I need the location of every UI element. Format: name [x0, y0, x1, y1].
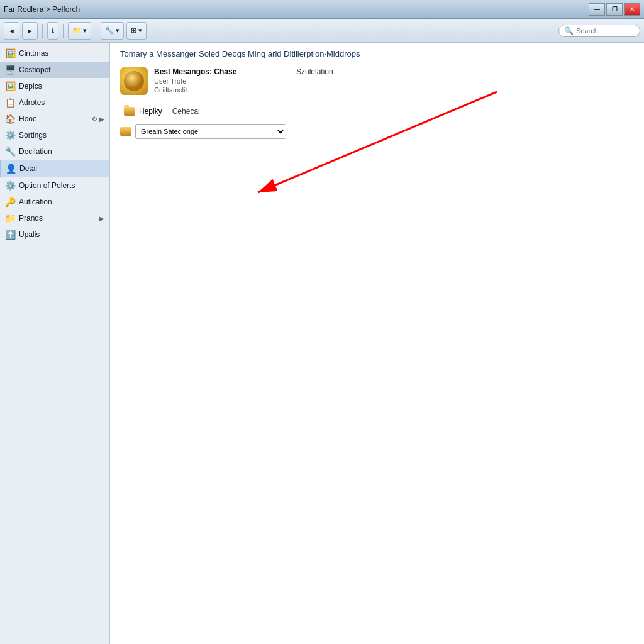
sidebar: 🖼️ Cinttmas 🖥️ Costiopot 🖼️ Depics 📋 Adr…: [0, 43, 110, 644]
search-input[interactable]: [576, 27, 633, 35]
folder-detail: Cehecal: [172, 107, 200, 116]
sidebar-item-costiopot[interactable]: 🖥️ Costiopot: [0, 62, 109, 78]
restore-button[interactable]: ❐: [606, 3, 623, 16]
option-icon: ⚙️: [5, 180, 15, 191]
sidebar-item-label: Prands: [19, 214, 96, 223]
search-box: 🔍: [558, 25, 640, 37]
sidebar-item-hooe[interactable]: 🏠 Hooe ⚙ ▶: [0, 111, 109, 127]
folder-icon: 📁: [72, 26, 81, 35]
sidebar-item-label: Upalis: [19, 230, 104, 239]
title-bar-text: Far Rodlera > Pelforch: [4, 5, 589, 14]
main-container: 🖼️ Cinttmas 🖥️ Costiopot 🖼️ Depics 📋 Adr…: [0, 43, 644, 644]
folder-row: Heplky: [120, 105, 166, 118]
costiopot-icon: 🖥️: [5, 65, 15, 75]
tools-icon: 🔧: [105, 26, 114, 35]
folder-button[interactable]: 📁 ▾: [68, 22, 91, 40]
item-card-info: Best Mesangos: Chase User Trofe Cciiltam…: [154, 67, 236, 94]
info-icon: ℹ: [52, 26, 54, 35]
adrotes-icon: 📋: [5, 97, 15, 108]
forward-icon: ►: [26, 27, 33, 35]
upalis-icon: ⬆️: [5, 230, 15, 240]
minimize-button[interactable]: —: [589, 3, 605, 16]
item-card-name: Best Mesangos: Chase: [154, 67, 236, 76]
view-button[interactable]: ⊞ ▾: [126, 22, 147, 40]
sidebar-item-label: Costiopot: [19, 65, 104, 74]
back-icon: ◄: [8, 27, 15, 35]
sidebar-item-prands[interactable]: 📁 Prands ▶: [0, 210, 109, 226]
item-card-sub1: User Trofe: [154, 77, 236, 85]
cinttmas-icon: 🖼️: [5, 48, 15, 58]
detail-column: Szulelation: [296, 67, 397, 95]
title-bar: Far Rodlera > Pelforch — ❐ ✕: [0, 0, 644, 19]
detal-icon: 👤: [6, 164, 16, 174]
sidebar-item-label: Sortings: [19, 131, 104, 140]
content-section: Best Mesangos: Chase User Trofe Cciiltam…: [120, 67, 634, 95]
sidebar-item-label: Cinttmas: [19, 49, 104, 58]
hooe-icon: 🏠: [5, 114, 15, 124]
dropdown-folder-icon: [120, 127, 131, 136]
sidebar-item-option-of-polerts[interactable]: ⚙️ Option of Polerts: [0, 177, 109, 194]
sidebar-item-label: Detal: [19, 164, 104, 173]
search-icon: 🔍: [564, 26, 574, 35]
item-card-icon: [120, 67, 148, 95]
separator-3: [96, 24, 96, 38]
depics-icon: 🖼️: [5, 81, 15, 91]
forward-button[interactable]: ►: [22, 22, 38, 40]
sidebar-item-sortings[interactable]: ⚙️ Sortings: [0, 127, 109, 143]
view-icon: ⊞: [131, 26, 136, 35]
annotation-arrow-container: [220, 86, 522, 211]
separator-1: [42, 24, 43, 38]
sidebar-item-decilation[interactable]: 🔧 Decilation: [0, 143, 109, 160]
view-dropdown-icon: ▾: [138, 26, 142, 35]
sidebar-item-label: Autication: [19, 197, 104, 206]
greain-dropdown[interactable]: Greain Sateclonge: [135, 124, 286, 139]
sidebar-item-label: Decilation: [19, 147, 104, 156]
sidebar-item-label: Hooe: [19, 114, 88, 123]
prands-icon: 📁: [5, 213, 15, 223]
content-header: Tomary a Messanger Soled Deogs Ming arid…: [120, 49, 634, 58]
annotation-arrow-svg: [220, 86, 522, 211]
back-button[interactable]: ◄: [4, 22, 19, 40]
info-button[interactable]: ℹ: [47, 22, 58, 40]
szulelation-label: Szulelation: [296, 67, 333, 76]
svg-point-2: [124, 71, 144, 91]
dropdown-row: Greain Sateclonge: [120, 124, 634, 139]
sidebar-item-detal[interactable]: 👤 Detal: [0, 160, 109, 177]
folder-label: Heplky: [139, 107, 162, 116]
sidebar-item-depics[interactable]: 🖼️ Depics: [0, 78, 109, 94]
sortings-icon: ⚙️: [5, 130, 15, 140]
item-card: Best Mesangos: Chase User Trofe Cciiltam…: [120, 67, 284, 95]
sidebar-item-label: Depics: [19, 82, 104, 91]
title-bar-controls: — ❐ ✕: [589, 3, 640, 16]
toolbar: ◄ ► ℹ 📁 ▾ 🔧 ▾ ⊞ ▾ 🔍: [0, 19, 644, 43]
tools-dropdown-icon: ▾: [116, 26, 119, 35]
sidebar-item-adrotes[interactable]: 📋 Adrotes: [0, 94, 109, 111]
folder-row-container: Heplky Cehecal: [120, 105, 634, 118]
separator-2: [63, 24, 64, 38]
prands-expand-icon: ▶: [99, 215, 104, 222]
sidebar-item-label: Option of Polerts: [19, 181, 104, 190]
item-card-sub2: Cciiltamclit: [154, 86, 236, 94]
sidebar-item-autication[interactable]: 🔑 Autication: [0, 194, 109, 210]
close-button[interactable]: ✕: [624, 3, 640, 16]
content-area: Tomary a Messanger Soled Deogs Ming arid…: [110, 43, 644, 644]
sidebar-item-upalis[interactable]: ⬆️ Upalis: [0, 226, 109, 243]
folder-dropdown-icon: ▾: [83, 26, 87, 35]
sidebar-item-label: Adrotes: [19, 98, 104, 107]
tools-button[interactable]: 🔧 ▾: [101, 22, 124, 40]
folder-icon: [124, 107, 135, 116]
hooe-expand-icon: ⚙ ▶: [92, 116, 104, 123]
autication-icon: 🔑: [5, 197, 15, 207]
sidebar-item-cinttmas[interactable]: 🖼️ Cinttmas: [0, 45, 109, 62]
decilation-icon: 🔧: [5, 147, 15, 157]
